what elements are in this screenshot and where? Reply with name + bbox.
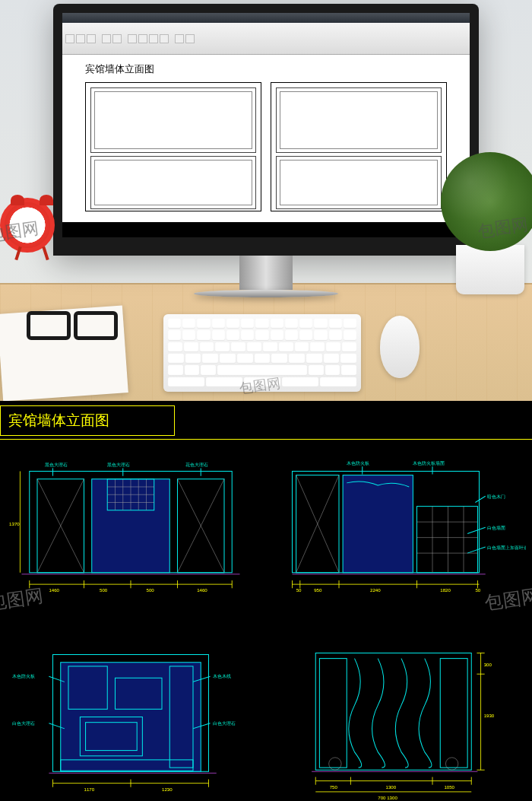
svg-line-56 [467,527,486,533]
monitor-screen: 宾馆墙体立面图 [62,13,470,237]
title-underline [0,439,532,440]
svg-rect-41 [417,507,478,573]
svg-rect-93 [315,653,471,771]
svg-text:白色大理石: 白色大理石 [12,720,35,726]
svg-text:白色墙面上加百叶造型: 白色墙面上加百叶造型 [487,545,526,550]
svg-text:2240: 2240 [370,587,381,593]
svg-text:1460: 1460 [49,587,59,593]
monitor-bezel: 宾馆墙体立面图 [53,4,479,256]
svg-text:黑色大理石: 黑色大理石 [45,462,68,467]
svg-text:1460: 1460 [197,587,207,593]
cad-titlebar [62,13,470,23]
svg-rect-94 [319,659,347,768]
svg-text:500: 500 [147,587,155,593]
cad-statusbar [62,222,470,237]
svg-text:1170: 1170 [84,787,95,792]
svg-text:1230: 1230 [162,787,173,792]
monitor-stand-base [194,290,338,297]
svg-text:木色木线: 木色木线 [213,674,231,679]
cad-canvas[interactable]: 宾馆墙体立面图 [62,55,470,222]
svg-text:700 1300: 700 1300 [378,795,397,800]
drawing-frame-1 [85,82,261,211]
svg-text:500: 500 [100,587,108,593]
svg-text:1930: 1930 [484,713,495,718]
svg-text:1300: 1300 [386,784,397,790]
desk-scene-photo: 宾馆墙体立面图 [0,0,532,401]
svg-text:木色防火板墙面: 木色防火板墙面 [413,460,445,466]
cad-title-label: 宾馆墙体立面图 [8,411,109,431]
svg-text:花色大理石: 花色大理石 [185,462,208,467]
svg-text:1820: 1820 [440,587,451,593]
svg-text:950: 950 [314,587,322,593]
svg-text:1370: 1370 [9,521,20,526]
svg-text:暗色木门: 暗色木门 [487,494,505,499]
svg-point-96 [329,758,341,770]
svg-text:1050: 1050 [444,784,454,790]
eyeglasses [27,311,118,340]
svg-text:白色大理石: 白色大理石 [213,720,236,726]
svg-text:50: 50 [296,587,302,593]
elevation-panel-4[interactable]: 750 1300 1050 700 1300 300 1930 [277,637,526,801]
svg-rect-95 [440,659,467,768]
svg-line-55 [475,496,485,502]
cad-dark-view[interactable]: 宾馆墙体立面图 [0,401,532,801]
drawing-title: 宾馆墙体立面图 [85,62,447,76]
svg-text:木色防火板: 木色防火板 [12,674,35,679]
svg-text:白色墙面: 白色墙面 [487,525,505,530]
monitor-stand-neck [239,256,293,290]
svg-text:50: 50 [475,587,480,593]
svg-point-97 [445,758,458,770]
svg-line-57 [467,547,486,553]
svg-text:木色防火板: 木色防火板 [347,460,369,466]
svg-text:黑色大理石: 黑色大理石 [107,462,130,467]
cad-drawing-grid: 黑色大理石 黑色大理石 花色大理石 1460 500 500 1460 [6,454,526,795]
svg-text:750: 750 [330,784,338,790]
elevation-panel-3[interactable]: 木色防火板 白色大理石 木色木线 白色大理石 1170 1230 [6,637,255,801]
svg-text:300: 300 [484,662,492,667]
cad-ribbon-toolbar[interactable] [62,23,470,55]
monitor: 宾馆墙体立面图 [53,4,479,297]
mouse [380,316,420,378]
elevation-panel-1[interactable]: 黑色大理石 黑色大理石 花色大理石 1460 500 500 1460 [6,454,255,621]
svg-rect-40 [343,475,413,573]
drawing-frame-2 [271,82,447,211]
cad-title-box: 宾馆墙体立面图 [0,405,175,436]
